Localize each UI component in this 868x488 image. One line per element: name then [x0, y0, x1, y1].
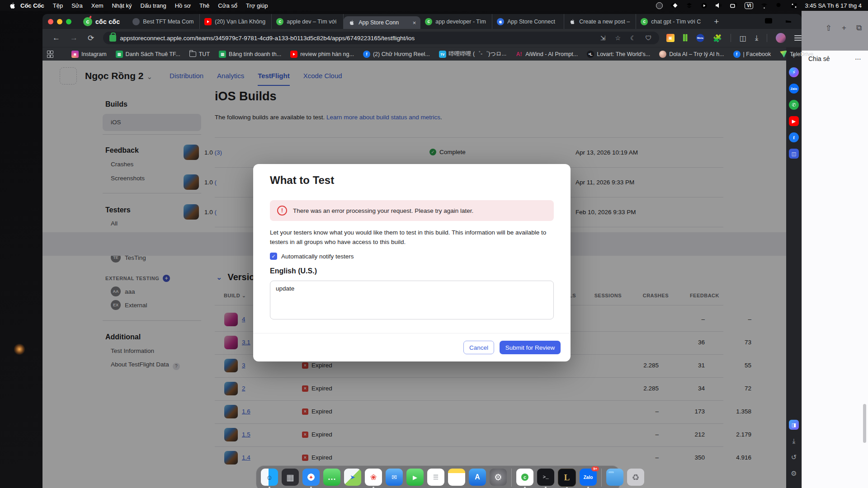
menu-profiles[interactable]: Hồ sơ [175, 2, 191, 9]
bookmark-youtube[interactable]: review phim hàn ng... [290, 51, 354, 58]
panel-scrollbar[interactable] [863, 404, 866, 443]
close-tab-icon[interactable]: × [412, 19, 416, 26]
submit-for-review-button[interactable]: Submit for Review [500, 341, 561, 354]
dock-trash[interactable]: ♻ [627, 469, 644, 486]
plus-icon[interactable]: + [842, 23, 846, 33]
menu-history[interactable]: Nhật ký [112, 2, 132, 9]
bookmark-facebook-reel[interactable]: f(2) Chữ Hương Reel... [363, 51, 430, 58]
menu-file[interactable]: Tệp [53, 2, 63, 9]
reload-icon[interactable]: ⟳ [88, 33, 94, 43]
back-icon[interactable]: ← [52, 33, 60, 42]
bookmark-instagram[interactable]: ◙Instagram [71, 51, 107, 58]
menu-app[interactable]: Cốc Cốc [20, 2, 44, 9]
bookmark-sheet-2[interactable]: ▦Bảng tính doanh th... [219, 51, 281, 58]
download-icon[interactable]: ⤓ [793, 437, 796, 445]
profile-avatar[interactable] [776, 33, 786, 43]
send-to-device-icon[interactable]: ⇲ [600, 34, 606, 42]
search-icon[interactable] [775, 2, 783, 9]
dock-coccoc[interactable]: c [516, 469, 533, 486]
play-icon[interactable] [700, 2, 708, 9]
bookmark-folder-tut[interactable]: TUT [189, 51, 210, 57]
split-view-icon[interactable]: ◫ [740, 34, 746, 42]
notify-checkbox[interactable]: ✓ [270, 253, 277, 260]
bookmark-aiwind[interactable]: A!AiWind - AI Prompt... [515, 51, 578, 58]
display-icon[interactable] [730, 2, 738, 9]
menu-tab[interactable]: Thẻ [199, 2, 209, 9]
dock-messages[interactable]: … [323, 469, 340, 486]
dock-facetime[interactable]: ▶ [406, 469, 424, 486]
shortcuts-icon[interactable] [670, 2, 678, 9]
bookmark-teledrive[interactable]: TeleDrive [780, 51, 813, 58]
tab-app-developer-search[interactable]: app developer - Tìm [420, 14, 492, 29]
dock-zalo[interactable]: Zalo5+ [580, 469, 597, 486]
menu-window[interactable]: Cửa sổ [218, 2, 237, 9]
minimize-window-button[interactable] [57, 19, 62, 24]
what-to-test-textarea[interactable]: update [270, 281, 554, 319]
url-text[interactable]: appstoreconnect.apple.com/teams/345979c7… [120, 35, 600, 42]
tab-chatgpt-search[interactable]: chat gpt - Tìm với C [636, 14, 708, 29]
dock-app-store[interactable]: A [469, 469, 486, 486]
dock-finder[interactable]: ☺ [261, 469, 278, 486]
signal-extension-icon[interactable]: ⫿⫿ [683, 34, 688, 42]
dock-launchpad[interactable]: ▦ [282, 469, 299, 486]
bookmark-star-icon[interactable]: ☆ [615, 34, 621, 42]
dock-terminal[interactable]: >_ [537, 469, 554, 486]
youtube-icon[interactable]: ▶ [789, 116, 799, 126]
wifi-icon[interactable] [760, 2, 768, 9]
dock-system-settings[interactable]: ⚙ [490, 469, 507, 486]
menu-view[interactable]: Xem [91, 2, 104, 9]
history-icon[interactable]: ↺ [791, 453, 797, 461]
bookmark-lovart[interactable]: •LLovart: The World's... [587, 51, 650, 58]
share-icon[interactable]: ⇧ [826, 23, 832, 33]
dock-photos[interactable]: ❀ [365, 469, 382, 486]
tab-search-icon[interactable] [764, 17, 773, 26]
bookmark-bilibili[interactable]: ᴛᴠ哔哩哔哩 (゜-゜)つロ... [439, 50, 507, 58]
menu-edit[interactable]: Sửa [71, 2, 83, 9]
dark-mode-icon[interactable]: ☾ [630, 34, 636, 42]
volume-icon[interactable] [715, 2, 723, 9]
tab-app-store-connect-active[interactable]: App Store Conn× [344, 16, 420, 29]
shield-icon[interactable]: 🛡 [646, 34, 652, 42]
app-icon[interactable]: ◫ [789, 149, 799, 159]
extensions-puzzle-icon[interactable]: 🧩 [713, 34, 722, 42]
apple-menu-icon[interactable] [9, 2, 16, 9]
dock-mail[interactable]: ✉ [386, 469, 403, 486]
tab-youtube-video[interactable]: (20) Vạn Lần Không [200, 14, 272, 29]
tab-app-store-connect[interactable]: App Store Connect [492, 14, 564, 29]
downloads-icon[interactable]: ⤓ [755, 34, 758, 42]
input-language-badge[interactable]: VI [745, 2, 753, 9]
browser-menu-icon[interactable] [794, 35, 802, 41]
restore-tab-icon[interactable] [784, 18, 793, 26]
menu-bookmarks[interactable]: Dấu trang [141, 2, 166, 9]
wechat-icon[interactable]: ✆ [789, 100, 799, 110]
address-bar[interactable]: appstoreconnect.apple.com/teams/345979c7… [103, 32, 659, 44]
bookmark-facebook[interactable]: f| Facebook [733, 51, 771, 58]
new-tab-button[interactable]: + [714, 17, 719, 27]
dock-reminders[interactable]: ☰ [427, 469, 444, 486]
tab-apple-dev-search[interactable]: apple dev – Tìm với [272, 14, 344, 29]
layers-icon[interactable] [685, 2, 693, 9]
dock-maps[interactable]: ➤ [344, 469, 361, 486]
forward-icon[interactable]: → [70, 33, 78, 42]
dock-league-of-legends[interactable]: L [558, 469, 576, 487]
app2-icon[interactable]: ◨ [789, 420, 799, 430]
messenger-icon[interactable]: ⚡ [789, 67, 799, 77]
tab-best-tft[interactable]: Best TFT Meta Com [128, 14, 200, 29]
dock-downloads-folder[interactable] [606, 469, 623, 486]
meta-extension-icon[interactable]: Meta [696, 34, 704, 42]
facebook-icon[interactable]: f [789, 132, 799, 142]
bookmark-sheet-1[interactable]: ▦Danh Sách Thuê TF... [116, 51, 180, 58]
gear-icon[interactable]: ⚙ [791, 469, 797, 478]
apps-grid-icon[interactable] [47, 51, 52, 58]
zalo-icon[interactable]: Zalo [789, 84, 799, 94]
control-center-icon[interactable] [790, 2, 798, 9]
cancel-button[interactable]: Cancel [463, 341, 494, 354]
bookmark-dola[interactable]: Dola AI – Trợ lý AI h... [659, 51, 724, 58]
copy-icon[interactable]: ⧉ [856, 23, 862, 33]
dock-notes[interactable] [448, 469, 465, 486]
menu-help[interactable]: Trợ giúp [246, 2, 268, 9]
tab-create-post[interactable]: Create a new post – [564, 14, 636, 29]
dock-safari[interactable]: ✦ [302, 469, 320, 486]
photos-extension-icon[interactable]: ▣ [666, 34, 675, 42]
menu-clock[interactable]: 3:45 SA Th 6 17 thg 4 [805, 2, 862, 9]
